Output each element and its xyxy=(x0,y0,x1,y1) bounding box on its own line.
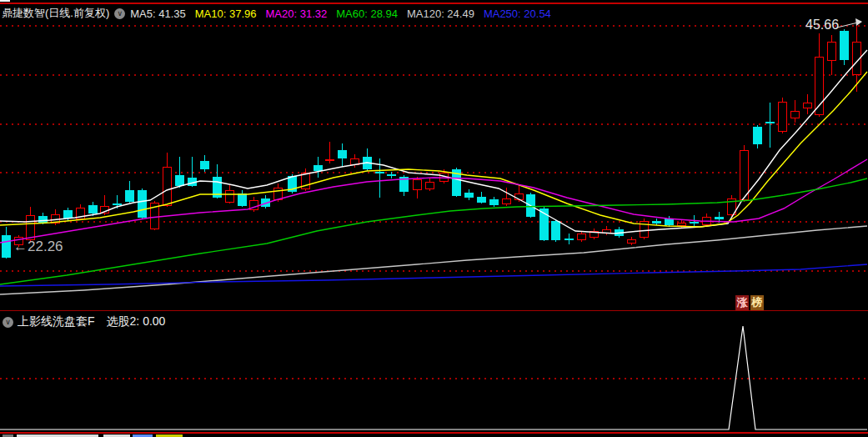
candle-body xyxy=(740,150,749,200)
candle-body xyxy=(88,205,98,213)
candle-body xyxy=(753,127,762,144)
instrument-title: 鼎捷数智(日线.前复权) xyxy=(2,6,109,21)
candle-body xyxy=(502,198,511,204)
candle-body xyxy=(551,221,560,240)
candle-body xyxy=(225,190,234,203)
candle-body xyxy=(375,172,384,173)
gridline xyxy=(0,172,868,173)
candle-body xyxy=(590,231,599,238)
stock-chart-window: 鼎捷数智(日线.前复权) ∨ MA5: 41.35MA10: 37.96MA20… xyxy=(0,0,868,437)
candle-body xyxy=(238,193,247,206)
candle-body xyxy=(413,179,422,190)
ma-value: MA5: 41.35 xyxy=(130,8,186,20)
ma-value: MA120: 24.49 xyxy=(407,8,474,20)
panel-divider-line xyxy=(0,310,868,311)
candle-body xyxy=(51,214,60,224)
candle-body xyxy=(665,218,674,225)
candle-body xyxy=(452,169,461,196)
ma-values: MA5: 41.35MA10: 37.96MA20: 31.32MA60: 28… xyxy=(130,8,560,20)
candle-body xyxy=(615,229,624,236)
candle-body xyxy=(175,175,184,186)
low-price-label: ←22.26 xyxy=(13,239,63,255)
bottom-divider-line xyxy=(0,432,868,434)
candle-body xyxy=(314,165,323,171)
ma-value: MA250: 20.54 xyxy=(484,8,551,20)
candle-body xyxy=(138,190,147,218)
candle-body xyxy=(301,173,310,189)
candle-body xyxy=(489,199,499,205)
ma-value: MA60: 28.94 xyxy=(336,8,398,20)
candle-body xyxy=(677,223,686,226)
candle-body xyxy=(261,198,270,207)
candle-body xyxy=(399,177,409,192)
candle-body xyxy=(2,235,11,258)
gridline xyxy=(0,378,868,379)
candle-body xyxy=(363,157,372,169)
chart-header: 鼎捷数智(日线.前复权) ∨ MA5: 41.35MA10: 37.96MA20… xyxy=(0,5,868,22)
candle-wick xyxy=(770,103,770,148)
rise-rank-badge-bang[interactable]: 榜 xyxy=(750,295,764,310)
candle-body xyxy=(539,208,549,240)
ma-value: MA20: 31.32 xyxy=(266,8,328,20)
candle-body xyxy=(627,239,636,244)
candle-body xyxy=(526,194,535,217)
candle-body xyxy=(852,42,861,75)
rise-rank-badge-zhang[interactable]: 涨 xyxy=(735,295,749,310)
high-price-label: 45.66 xyxy=(805,18,839,33)
candle-body xyxy=(564,239,574,240)
left-arrow-icon: ← xyxy=(13,239,28,254)
candle-body xyxy=(602,229,611,234)
candle-body xyxy=(163,167,172,206)
candle-body xyxy=(188,178,197,186)
candle-body xyxy=(325,159,334,161)
candle-body xyxy=(815,57,824,115)
indicator-panel xyxy=(0,312,868,432)
candle-body xyxy=(464,193,474,198)
candle-body xyxy=(840,31,849,60)
candle-body xyxy=(690,222,699,224)
candle-body xyxy=(76,208,85,219)
candle-body xyxy=(213,177,222,198)
candle-body xyxy=(249,200,258,210)
candle-wick xyxy=(379,158,380,198)
candle-body xyxy=(100,206,109,213)
ma-value: MA10: 37.96 xyxy=(195,8,257,20)
chevron-down-circle-icon[interactable]: ∨ xyxy=(114,8,125,19)
candle-body xyxy=(727,198,736,215)
candle-body xyxy=(387,174,396,176)
candle-body xyxy=(439,173,449,182)
candle-body xyxy=(38,216,48,223)
candle-body xyxy=(715,217,724,219)
candle-body xyxy=(640,221,649,238)
candle-body xyxy=(827,42,836,61)
top-border-line xyxy=(0,3,868,4)
candle-body xyxy=(63,210,73,218)
candle-body xyxy=(765,122,775,123)
candle-body xyxy=(288,176,297,192)
candlestick-chart xyxy=(0,22,868,310)
candle-body xyxy=(125,190,134,202)
window-top-accent xyxy=(0,0,10,2)
candle-body xyxy=(577,234,586,240)
candle-body xyxy=(113,203,122,205)
candle-body xyxy=(200,161,209,169)
candle-body xyxy=(26,215,35,240)
candle-body xyxy=(790,111,800,118)
candle-body xyxy=(477,197,486,203)
candle-body xyxy=(150,203,159,229)
gridline xyxy=(0,25,868,27)
gridline xyxy=(0,270,868,272)
candle-body xyxy=(350,158,359,165)
candle-body xyxy=(652,221,661,224)
candle-body xyxy=(778,102,787,132)
candle-body xyxy=(514,193,524,200)
gridline xyxy=(0,74,868,76)
candle-body xyxy=(702,217,711,225)
candle-body xyxy=(803,103,812,108)
candle-body xyxy=(273,188,283,200)
gridline xyxy=(0,221,868,223)
gridline xyxy=(0,123,868,125)
candle-body xyxy=(425,182,434,189)
candle-wick xyxy=(117,195,118,208)
candle-body xyxy=(338,150,347,158)
